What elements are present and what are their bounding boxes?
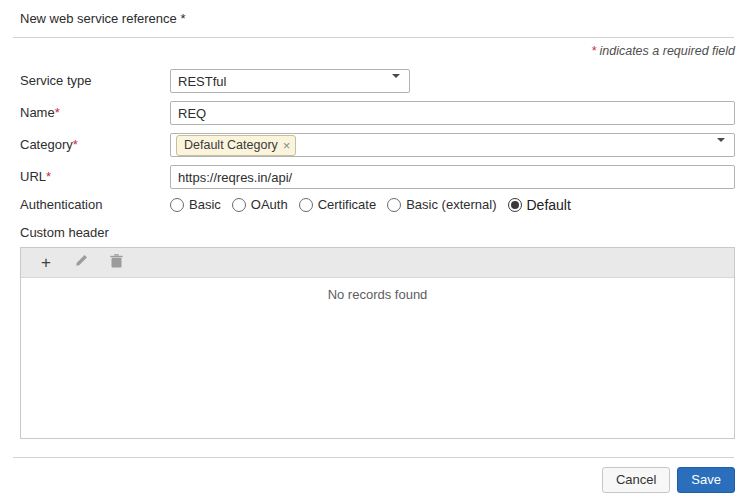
radio-icon[interactable] [232, 198, 246, 212]
authentication-radio-group: Basic OAuth Certificate Basic (external)… [170, 197, 735, 213]
category-control: Default Category × [170, 133, 735, 157]
category-row: Category* Default Category × [20, 133, 735, 157]
authentication-label: Authentication [20, 197, 170, 213]
radio-certificate[interactable]: Certificate [299, 197, 377, 213]
radio-basic-external[interactable]: Basic (external) [387, 197, 496, 213]
footer-actions: Cancel Save [20, 467, 735, 493]
category-label: Category* [20, 137, 170, 153]
authentication-row: Authentication Basic OAuth Certificate B… [20, 197, 735, 213]
name-row: Name* [20, 101, 735, 125]
empty-records-text: No records found [328, 287, 428, 302]
name-label: Name* [20, 105, 170, 121]
remove-chip-icon[interactable]: × [283, 139, 291, 152]
radio-oauth[interactable]: OAuth [232, 197, 288, 213]
service-type-row: Service type RESTful [20, 69, 735, 93]
category-required-asterisk: * [73, 137, 78, 152]
name-control [170, 101, 735, 125]
radio-default[interactable]: Default [508, 197, 571, 213]
url-field[interactable] [170, 165, 735, 189]
trash-icon [110, 254, 123, 271]
url-row: URL* [20, 165, 735, 189]
required-note-text: indicates a required field [596, 44, 735, 58]
radio-selected-icon[interactable] [508, 198, 522, 212]
chevron-down-icon[interactable] [392, 78, 401, 85]
page-title: New web service reference * [20, 10, 727, 28]
service-type-select[interactable]: RESTful [170, 69, 410, 93]
service-type-control: RESTful [170, 69, 735, 93]
name-field[interactable] [170, 101, 735, 125]
add-header-button[interactable]: + [33, 251, 59, 275]
delete-header-button[interactable] [103, 251, 129, 275]
url-required-asterisk: * [46, 169, 51, 184]
url-control [170, 165, 735, 189]
category-chip-label: Default Category [184, 138, 278, 152]
required-field-note: * indicates a required field [20, 44, 735, 59]
category-chip[interactable]: Default Category × [176, 135, 296, 156]
url-label: URL* [20, 169, 170, 185]
custom-header-grid: + No records found [20, 247, 735, 439]
cancel-button[interactable]: Cancel [602, 467, 670, 493]
radio-icon[interactable] [170, 198, 184, 212]
footer-divider [13, 457, 734, 458]
service-type-value: RESTful [178, 74, 226, 89]
radio-icon[interactable] [387, 198, 401, 212]
category-multiselect[interactable]: Default Category × [170, 133, 735, 157]
custom-header-grid-body: No records found [21, 278, 734, 438]
plus-icon: + [41, 254, 51, 271]
chevron-down-icon[interactable] [717, 142, 726, 149]
edit-header-button[interactable] [68, 251, 94, 275]
name-required-asterisk: * [55, 105, 60, 120]
custom-header-label: Custom header [20, 225, 735, 241]
new-web-service-reference-form: New web service reference * * indicates … [0, 0, 747, 500]
radio-icon[interactable] [299, 198, 313, 212]
radio-basic[interactable]: Basic [170, 197, 221, 213]
header-divider [13, 37, 734, 38]
form-body: Service type RESTful Name* Category* Def… [20, 69, 735, 213]
pencil-icon [74, 254, 88, 271]
custom-header-toolbar: + [21, 248, 734, 278]
service-type-label: Service type [20, 73, 170, 89]
save-button[interactable]: Save [677, 467, 735, 493]
